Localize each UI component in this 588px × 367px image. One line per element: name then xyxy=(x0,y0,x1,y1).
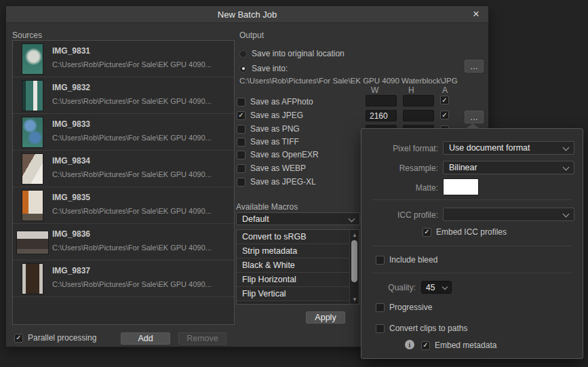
quality-select[interactable]: 45 xyxy=(421,281,452,294)
pixel-format-select[interactable]: Use document format xyxy=(443,141,574,155)
icc-profile-label: ICC profile: xyxy=(361,210,438,220)
resample-select[interactable]: Bilinear xyxy=(443,161,574,174)
divider xyxy=(372,273,572,273)
column-header-h: H xyxy=(408,85,414,95)
format-row-tiff: Save as TIFF xyxy=(237,137,299,147)
source-path: C:\Users\Rob\Pictures\For Sale\EK GPU 40… xyxy=(52,244,212,252)
resample-label: Resample: xyxy=(361,163,438,173)
include-bleed-checkbox[interactable] xyxy=(376,256,385,265)
source-path: C:\Users\Rob\Pictures\For Sale\EK GPU 40… xyxy=(52,134,212,142)
source-thumbnail xyxy=(17,264,48,294)
embed-icc-checkbox[interactable]: ✓ xyxy=(423,228,431,237)
save-into-label: Save into: xyxy=(252,64,288,73)
source-thumbnail xyxy=(17,227,48,257)
jpeg-options-button[interactable]: … xyxy=(465,111,484,123)
macro-item[interactable]: Flip Vertical xyxy=(237,287,349,301)
macro-scrollbar[interactable]: ▲ ▼ xyxy=(349,230,359,304)
remove-button[interactable]: Remove xyxy=(178,332,227,345)
save-as-webp-checkbox[interactable] xyxy=(237,164,246,173)
chevron-down-icon xyxy=(563,164,570,171)
source-row[interactable]: IMG_9833 C:\Users\Rob\Pictures\For Sale\… xyxy=(13,114,234,151)
pixel-format-label: Pixel format: xyxy=(361,144,438,153)
source-thumbnail xyxy=(17,44,48,74)
embed-metadata-row: ✓ Embed metadata xyxy=(421,341,496,350)
scrollbar-thumb[interactable] xyxy=(351,240,357,282)
macro-category-value: Default xyxy=(242,214,269,224)
source-path: C:\Users\Rob\Pictures\For Sale\EK GPU 40… xyxy=(52,97,212,105)
format-label: Save as JPEG xyxy=(250,111,303,120)
source-thumbnail xyxy=(17,154,48,184)
save-as-png-checkbox[interactable] xyxy=(237,125,246,134)
source-path: C:\Users\Rob\Pictures\For Sale\EK GPU 40… xyxy=(52,60,212,69)
column-header-a: A xyxy=(442,85,448,95)
parallel-processing-row: ✓ Parallel processing xyxy=(14,333,96,343)
source-row[interactable]: IMG_9836 C:\Users\Rob\Pictures\For Sale\… xyxy=(13,224,234,260)
height-input[interactable] xyxy=(403,95,434,107)
browse-folder-button[interactable]: … xyxy=(465,60,484,73)
check-icon: ✓ xyxy=(423,342,428,349)
save-as-openexr-checkbox[interactable] xyxy=(237,151,246,159)
source-row[interactable]: IMG_9832 C:\Users\Rob\Pictures\For Sale\… xyxy=(13,77,234,114)
quality-label: Quality: xyxy=(361,283,416,292)
chevron-down-icon xyxy=(349,216,355,223)
format-row-jpegxl: Save as JPEG-XL xyxy=(237,177,316,187)
resample-value: Bilinear xyxy=(449,163,477,172)
macro-list: Convert to sRGB Strip metadata Black & W… xyxy=(236,229,359,305)
check-icon: ✓ xyxy=(442,112,447,119)
matte-color-swatch[interactable] xyxy=(443,178,479,195)
parallel-processing-checkbox[interactable]: ✓ xyxy=(14,334,23,343)
source-row[interactable]: IMG_9834 C:\Users\Rob\Pictures\For Sale\… xyxy=(13,151,234,187)
check-icon: ✓ xyxy=(442,97,447,104)
dialog-title: New Batch Job xyxy=(218,9,277,20)
format-label: Save as OpenEXR xyxy=(250,150,319,159)
source-name: IMG_9837 xyxy=(52,266,90,275)
macro-item[interactable]: Flip Horizontal xyxy=(237,273,349,287)
progressive-checkbox[interactable] xyxy=(376,303,385,312)
save-into-row: Save into: xyxy=(239,64,288,73)
close-icon[interactable]: × xyxy=(468,6,484,22)
width-input[interactable] xyxy=(366,95,397,107)
source-row[interactable]: IMG_9831 C:\Users\Rob\Pictures\For Sale\… xyxy=(13,41,234,77)
icc-profile-select[interactable] xyxy=(443,208,574,221)
add-button[interactable]: Add xyxy=(121,332,170,345)
scroll-down-icon[interactable]: ▼ xyxy=(350,295,359,303)
convert-clips-checkbox[interactable] xyxy=(376,324,385,333)
format-label: Save as PNG xyxy=(250,124,300,134)
save-into-radio[interactable] xyxy=(239,65,247,73)
macro-item[interactable]: Black & White xyxy=(237,258,349,273)
macro-item[interactable]: Strip metadata xyxy=(237,244,349,258)
embed-metadata-checkbox[interactable]: ✓ xyxy=(421,341,430,350)
format-row-webp: Save as WEBP xyxy=(237,163,306,173)
source-name: IMG_9832 xyxy=(52,83,90,92)
source-name: IMG_9833 xyxy=(52,119,90,129)
aspect-checkbox[interactable]: ✓ xyxy=(440,111,449,119)
macro-item[interactable]: Convert to sRGB xyxy=(237,230,349,244)
source-row[interactable]: IMG_9837 C:\Users\Rob\Pictures\For Sale\… xyxy=(13,260,234,297)
info-icon: i xyxy=(405,340,414,349)
dialog-titlebar: New Batch Job × xyxy=(6,6,488,23)
format-row-png: Save as PNG xyxy=(237,124,300,134)
save-as-tiff-checkbox[interactable] xyxy=(237,138,246,147)
source-thumbnail xyxy=(17,191,48,220)
source-row[interactable]: IMG_9835 C:\Users\Rob\Pictures\For Sale\… xyxy=(13,187,234,224)
scroll-up-icon[interactable]: ▲ xyxy=(350,231,359,239)
height-input[interactable] xyxy=(403,110,434,121)
aspect-checkbox[interactable]: ✓ xyxy=(440,96,449,104)
save-original-radio[interactable] xyxy=(239,50,247,58)
format-row-openexr: Save as OpenEXR xyxy=(237,150,319,159)
macro-category-select[interactable]: Default xyxy=(236,212,360,225)
apply-button[interactable]: Apply xyxy=(306,311,345,324)
check-icon: ✓ xyxy=(424,229,429,235)
width-input[interactable] xyxy=(366,110,397,121)
parallel-processing-label: Parallel processing xyxy=(28,333,96,343)
save-as-jpeg-checkbox[interactable]: ✓ xyxy=(237,111,246,120)
divider xyxy=(372,246,572,246)
save-as-jpegxl-checkbox[interactable] xyxy=(237,178,246,187)
chevron-down-icon xyxy=(442,284,448,290)
convert-clips-label: Convert clips to paths xyxy=(389,324,467,333)
embed-metadata-label: Embed metadata xyxy=(435,341,496,350)
progressive-label: Progressive xyxy=(389,303,432,312)
embed-icc-row: ✓ Embed ICC profiles xyxy=(423,227,507,237)
matte-label: Matte: xyxy=(361,183,438,193)
save-as-afphoto-checkbox[interactable] xyxy=(237,98,246,107)
